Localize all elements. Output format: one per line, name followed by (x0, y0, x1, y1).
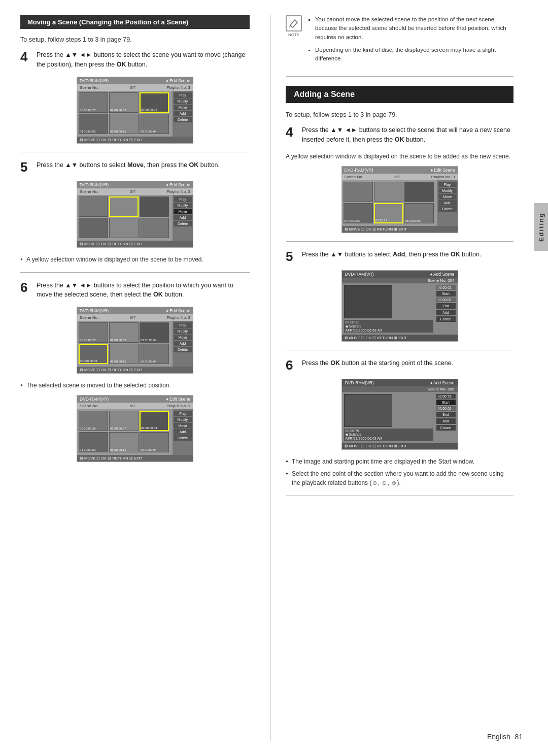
step5-number: 5 (20, 160, 31, 174)
right-step4: 4 Press the ▲▼ ◄► buttons to select the … (286, 125, 513, 145)
screen4-btn-delete: Delete (174, 435, 192, 441)
note-pencil-icon (289, 18, 299, 28)
step5-bold1: Move (127, 161, 144, 169)
thumb-1: 01 00:00:25 (79, 92, 108, 113)
add-screen1-header: DVD-RAM(VR) ♦ Add Scene (342, 271, 458, 278)
thumb-6: 06 00:00:04 (140, 114, 169, 134)
s3-t5: 05 00:00:11 (109, 344, 139, 364)
add-s1-btn-end: End (436, 303, 456, 309)
screen4-header: DVD-RAM(VR) ♦ Edit Scene (77, 396, 193, 403)
r-screen1-thumbs: 04 00:32:03 00:32:11 06 00:00:94 (342, 180, 437, 226)
screen4-btn-move: Move (174, 423, 192, 429)
rs1-t2 (374, 182, 403, 202)
bullet-note-1: A yellow selection window is displayed o… (20, 255, 250, 264)
screen2-btn-move-active: Move (174, 209, 192, 214)
screen4-btn-play: Play (174, 411, 192, 416)
add-screen2-info: 00:00:79 ◆ Science APR/23/2005 06:43 AM (344, 429, 433, 441)
s2-thumb-4 (79, 218, 108, 238)
add-screen2-btns: 00:00:79 Start 00:00:00 End Add Cancel (436, 394, 456, 441)
screen4-subheader: Scene No. 5/7 Playlist No. 3 (77, 403, 193, 409)
s4-t5: 05 00:00:11 (109, 432, 139, 452)
r-step6-number: 6 (286, 358, 297, 372)
step6-number: 6 (20, 281, 31, 294)
s2-thumb-6 (140, 218, 169, 238)
right-screen-mockup-1: DVD-RAM(VR) ♦ Edit Scene Scene No. 6/7 P… (341, 166, 458, 233)
r-screen1-body: 04 00:32:03 00:32:11 06 00:00:94 Play Mo… (342, 180, 458, 226)
screen1-btn-delete: Delete (174, 117, 192, 122)
s2-thumb-2-sel (109, 196, 139, 217)
add-screen2-main-thumb (344, 394, 392, 427)
s3-row1: 01 00:00:25 02 00:00:07 03 00:00:04 (79, 322, 171, 343)
add-s1-time: 00:00:02 (436, 285, 456, 290)
thumb-3-selected: 03 00:00:04 (140, 92, 169, 113)
add-s1-btn-add: Add (436, 310, 456, 315)
note-item-2: Depending on the kind of disc, the displ… (315, 46, 513, 63)
r-step4-bold: OK (395, 136, 404, 143)
screen3-btn-delete: Delete (174, 347, 192, 352)
screen-add-2: DVD-RAM(VR) ♦ Add Scene Scene No. 006 00… (341, 379, 458, 450)
r-step5-t1: Press the ▲▼ buttons to select (302, 251, 393, 258)
s2-thumb-row-2 (79, 218, 171, 238)
screen3-header: DVD-RAM(VR) ♦ Edit Scene (77, 307, 193, 314)
editing-side-tab: Editing (534, 203, 548, 251)
r-step5-text: Press the ▲▼ buttons to select Add, then… (302, 250, 513, 259)
screen2-header: DVD-RAM(VR) ♦ Edit Scene (77, 181, 193, 188)
note-item-1: You cannot move the selected scene to th… (315, 15, 513, 42)
s2-thumb-5 (109, 218, 139, 238)
rs1-btn-play: Play (438, 182, 457, 187)
add-s2-time: 00:00:79 (436, 394, 456, 399)
s4-row1: 01 00:00:26 02 00:00:07 03 00:00:04 (79, 411, 171, 431)
screen1-btn-modify: Modify (174, 98, 192, 104)
s2-thumb-3 (140, 196, 169, 217)
screen3-body: 01 00:00:25 02 00:00:07 03 00:00:04 OK 0… (77, 321, 193, 367)
r-step5-bold1: Add (393, 251, 405, 258)
screen1-body: 01 00:00:25 02 00:00:07 03 00:00:04 (77, 91, 193, 137)
rs1-btn-delete: Delete (438, 206, 457, 212)
screen3-subheader: Scene No. 6/7 Playlist No. 3 (77, 314, 193, 321)
r-step6-t1: Press the (302, 359, 330, 367)
r-screen1-footer: ⊠ MOVE ⊡ OK ⊟ RETURN ⊞ EXIT (342, 226, 458, 233)
screen3-footer: ⊠ MOVE ⊡ OK ⊟ RETURN ⊞ EXIT (77, 367, 193, 373)
screen3-btn-modify: Modify (174, 328, 192, 334)
screen4-footer: ⊠ MOVE ⊡ OK ⊟ RETURN ⊞ EXIT (77, 455, 193, 462)
r-step5-t2: , then press the (405, 251, 451, 258)
add-screen2-scene-no: Scene No. 006 (342, 386, 458, 392)
add-s2-time2: 00:00:00 (436, 406, 456, 411)
screen1-btn-move: Move (174, 105, 192, 110)
s2-thumb-row-1 (79, 196, 171, 217)
bullet-note-2: The selected scene is moved to the selec… (20, 381, 250, 390)
rs1-t6: 06 00:00:94 (404, 203, 434, 223)
add-screen1-footer: ⊠ MOVE ⊡ OK ⊟ RETURN ⊞ EXIT (342, 335, 458, 341)
r-screen1-subheader: Scene No. 6/7 Playlist No. 3 (342, 174, 458, 180)
thumb-row-1: 01 00:00:25 02 00:00:07 03 00:00:04 (79, 92, 171, 113)
step6-text2: button. (163, 291, 184, 298)
screen4-body: 01 00:00:26 02 00:00:07 03 00:00:04 04 0… (77, 409, 193, 455)
rs1-btn-add: Add (438, 200, 457, 206)
rs1-t4: 04 00:32:03 (344, 203, 373, 223)
r-step5-number: 5 (286, 250, 297, 263)
screen-mockup-2: DVD-RAM(VR) ♦ Edit Scene Scene No. 3/7 P… (77, 181, 193, 248)
s4-t3-sel: 03 00:00:04 (140, 411, 169, 431)
rs1-t1 (344, 182, 373, 202)
right-step4-sub: A yellow selection window is displayed o… (286, 152, 513, 161)
s4-t4: 04 00:00:03 (79, 432, 108, 452)
step4-bold: OK (117, 61, 126, 68)
step5-bold2: OK (189, 161, 199, 169)
rs1-row2: 04 00:32:03 00:32:11 06 00:00:94 (344, 203, 436, 223)
add-screen1-main-thumb (344, 285, 392, 318)
screen-mockup-1: DVD-RAM(VR) ♦ Edit Scene Scene No. 3/7 P… (77, 77, 193, 144)
left-setup-text: To setup, follow steps 1 to 3 in page 79… (20, 36, 250, 43)
screen3-buttons: Play Modify Move Add Delete (173, 321, 193, 367)
rs1-btn-move: Move (438, 194, 457, 200)
screen2-btn-modify: Modify (174, 203, 192, 208)
rs1-btn-modify: Modify (438, 188, 457, 193)
right-column: NOTE You cannot move the selected scene … (270, 15, 513, 741)
r-step6-text: Press the OK button at the starting poin… (302, 358, 513, 368)
add-s2-btn-add: Add (436, 418, 456, 424)
s3-row2: OK 00:00:03 05 00:00:11 06 00:00:04 (79, 344, 171, 364)
screen3-btn-play: Play (174, 322, 192, 328)
add-s1-btn-start: Start (436, 291, 456, 297)
left-step6: 6 Press the ▲▼ ◄► buttons to select the … (20, 281, 250, 300)
add-screen2-header: DVD-RAM(VR) ♦ Add Scene (342, 379, 458, 386)
step6-bold: OK (153, 291, 163, 298)
